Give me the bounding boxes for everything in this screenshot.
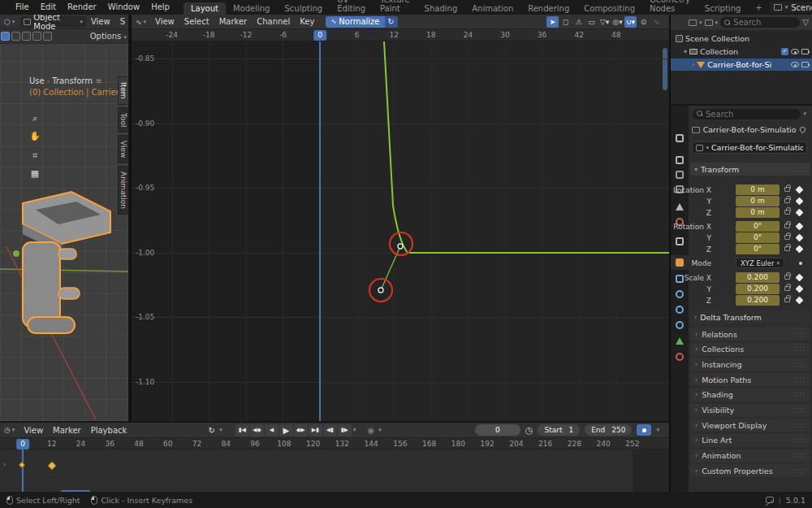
normalize-button[interactable]: ∿ Normalize (326, 16, 384, 28)
graph-menu-marker[interactable]: Marker (214, 17, 253, 26)
workspace-tab-rendering[interactable]: Rendering (520, 2, 577, 15)
outliner-row[interactable]: ▾Collection✓ (671, 46, 812, 58)
timeline-menu-marker[interactable]: Marker (48, 426, 86, 435)
chevron-down-icon[interactable]: ▾ (353, 427, 356, 433)
snap-magnet-icon[interactable]: ∪▾ (624, 16, 637, 28)
menu-icon[interactable]: ≡ (95, 76, 102, 85)
outliner-row[interactable]: Scene Collection (671, 33, 812, 45)
keyframe-diamond-icon[interactable] (796, 208, 804, 216)
graph-menu-select[interactable]: Select (179, 17, 214, 26)
lock-icon[interactable] (784, 246, 790, 251)
properties-tab-physics[interactable] (671, 302, 689, 317)
menu-edit[interactable]: Edit (35, 0, 62, 15)
timeline-menu-playback[interactable]: Playback (86, 426, 132, 435)
frame-prev-button[interactable]: ◀▮ (323, 424, 337, 436)
panel-motion-paths[interactable]: ›Motion Paths:::: (690, 373, 810, 386)
select-mode-tweak-icon[interactable] (1, 32, 10, 41)
workspace-tab-sculpting[interactable]: Sculpting (277, 2, 330, 15)
normalize-refresh-icon[interactable]: ↻ (385, 16, 398, 28)
panel-visibility[interactable]: ›Visibility:::: (690, 404, 810, 417)
filter-funnel-icon[interactable]: ▽▾ (598, 16, 611, 28)
next-keyframe-button[interactable]: ◆▶ (294, 424, 308, 436)
workspace-tab-compositing[interactable]: Compositing (577, 2, 642, 15)
keyframe-diamond-icon[interactable] (796, 284, 804, 293)
prev-keyframe-button[interactable]: ◀◆ (250, 424, 264, 436)
graph-playhead-frame[interactable]: 0 (313, 30, 326, 41)
nav-camera-icon[interactable]: ⌗ (28, 148, 42, 163)
workspace-tab-shading[interactable]: Shading (417, 2, 465, 15)
properties-tab-scene[interactable] (671, 199, 689, 214)
lock-icon[interactable] (784, 235, 790, 240)
panel-animation[interactable]: ›Animation:::: (690, 449, 810, 462)
panel-relations[interactable]: ›Relations:::: (690, 328, 810, 341)
keyframe-diamond-icon[interactable] (796, 233, 804, 241)
graph-frame-ruler[interactable]: -24-18-12-66121824303642480 (132, 29, 669, 41)
add-workspace-button[interactable]: + (748, 2, 769, 14)
editor-type-graph-icon[interactable]: ∿▾ (132, 18, 150, 26)
menu-help[interactable]: Help (145, 0, 175, 15)
keyframe-diamond-icon[interactable] (796, 197, 804, 205)
play-button[interactable]: ▶ (279, 424, 293, 436)
warning-icon[interactable]: ⚠ (572, 16, 585, 28)
workspace-tab-uv-editing[interactable]: UV Editing (330, 0, 373, 15)
graph-menu-key[interactable]: Key (295, 17, 319, 26)
transform-row-value[interactable]: 0 m (736, 207, 780, 218)
eye-visibility-icon[interactable] (791, 49, 799, 54)
camera-render-icon[interactable] (801, 62, 809, 67)
play-reverse-button[interactable]: ◀ (265, 424, 279, 436)
panel-custom-properties[interactable]: ›Custom Properties:::: (690, 464, 810, 477)
keyframe-diamond-icon[interactable] (796, 185, 804, 193)
workspace-tab-modeling[interactable]: Modeling (226, 2, 278, 15)
menu-render[interactable]: Render (62, 0, 102, 15)
editor-type-timeline-icon[interactable]: ◷▾ (0, 426, 19, 434)
keyframe-diamond-icon[interactable] (796, 245, 804, 253)
frame-filter-icon[interactable]: ▭ (585, 16, 598, 28)
jump-start-button[interactable]: ▮◀ (235, 424, 249, 436)
scene-selector[interactable]: ▾ Scene (770, 2, 812, 13)
lock-icon[interactable] (784, 286, 790, 291)
pivot-point-icon[interactable]: ⊙ (637, 16, 650, 28)
transform-row-value[interactable]: 0° (736, 232, 780, 243)
extensions-icon[interactable] (766, 497, 774, 503)
properties-tab-constraints[interactable] (671, 287, 689, 302)
fcurve[interactable] (384, 41, 669, 253)
menu-file[interactable]: File (10, 0, 35, 15)
filter-funnel-icon[interactable]: ▽ (802, 18, 809, 27)
eye-visibility-icon[interactable] (791, 62, 799, 67)
keyframe-diamond-icon[interactable] (796, 296, 804, 304)
outliner-row[interactable]: ›Carrier-Bot-for-Si (671, 59, 812, 71)
nav-zoom-icon[interactable]: ⌕ (28, 111, 42, 125)
transform-panel-header[interactable]: ▾Transform :::: (690, 163, 810, 176)
workspace-tab-geometry-nodes[interactable]: Geometry Nodes (642, 0, 698, 15)
keyframe-diamond-icon[interactable] (796, 222, 804, 230)
transform-row-value[interactable]: 0° (736, 221, 780, 232)
panel-viewport-display[interactable]: ›Viewport Display:::: (690, 419, 810, 432)
timeline-playhead-frame[interactable]: 0 (16, 439, 29, 449)
viewport-menu-view[interactable]: View (86, 17, 115, 26)
transform-row-value[interactable]: 0° (736, 244, 780, 254)
timeline-track-area[interactable]: › (0, 449, 669, 493)
timeline-menu-view[interactable]: View (19, 426, 48, 435)
workspace-tab-layout[interactable]: Layout (184, 2, 226, 15)
scale-row-value[interactable]: 0.200 (736, 295, 780, 306)
current-frame-field[interactable]: 0 (475, 424, 520, 436)
fcurve-overlay-icon[interactable]: ∿ (650, 16, 663, 28)
properties-tab-material[interactable] (671, 350, 689, 364)
lock-icon[interactable] (784, 275, 790, 280)
properties-search[interactable]: Search (693, 109, 801, 119)
panel-shading[interactable]: ›Shading:::: (690, 389, 810, 402)
outliner-search[interactable]: Search (720, 17, 800, 28)
timeline-keyframe[interactable] (19, 462, 25, 468)
select-mode-pick-icon[interactable] (43, 32, 52, 41)
camera-render-icon[interactable] (801, 49, 809, 54)
robot-object[interactable] (13, 192, 110, 333)
scale-row-value[interactable]: 0.200 (736, 284, 780, 294)
properties-tab-output[interactable] (671, 167, 689, 182)
properties-tab-collection[interactable] (671, 234, 689, 249)
filter-dropdown-icon[interactable] (705, 20, 713, 26)
editor-type-viewport-icon[interactable]: ⬡▾ (0, 18, 19, 26)
keyframe-point[interactable] (398, 244, 403, 249)
lock-icon[interactable] (784, 198, 790, 203)
properties-tab-object-data[interactable] (671, 333, 689, 348)
animate-dot[interactable] (799, 262, 802, 265)
